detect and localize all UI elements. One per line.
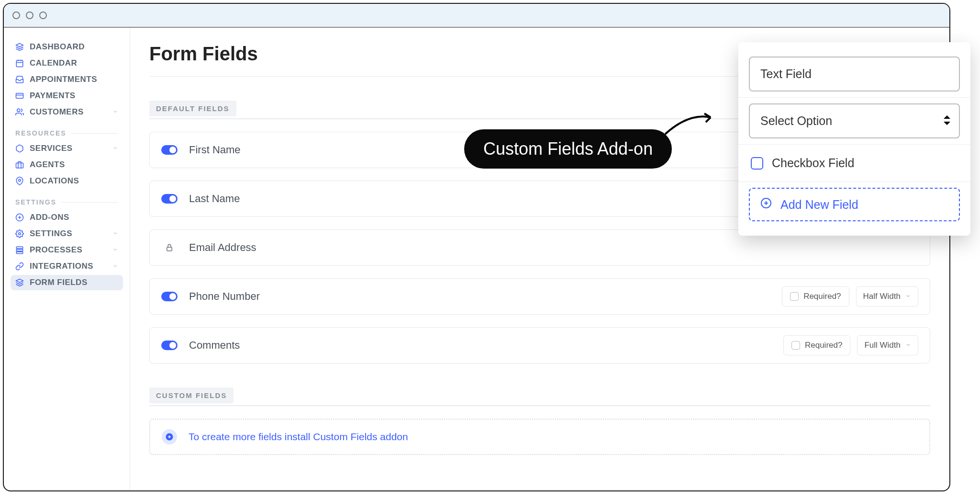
select-option-label: Select Option [760, 114, 832, 128]
plus-circle-icon [760, 197, 772, 212]
svg-rect-17 [167, 247, 172, 251]
callout-pill: Custom Fields Add-on [464, 129, 672, 169]
sidebar-label: DASHBOARD [30, 42, 85, 52]
briefcase-icon [15, 160, 24, 169]
chevron-down-icon [112, 262, 118, 271]
window-dot [12, 11, 20, 19]
chevron-down-icon [112, 245, 118, 255]
svg-marker-22 [944, 122, 950, 125]
required-label: Required? [803, 292, 841, 301]
inbox-icon [15, 75, 24, 84]
add-new-field-button[interactable]: Add New Field [749, 188, 960, 221]
custom-fields-badge: CUSTOM FIELDS [149, 387, 234, 403]
plus-circle-icon [15, 213, 24, 222]
text-field-label: Text Field [760, 67, 812, 81]
width-select[interactable]: Full Width [857, 335, 918, 355]
gear-icon [15, 229, 24, 238]
svg-rect-4 [16, 93, 23, 99]
plus-circle-icon [162, 429, 177, 444]
users-icon [15, 108, 24, 116]
sidebar-label: AGENTS [30, 160, 65, 170]
stack-icon [15, 246, 24, 254]
sidebar-label: INTEGRATIONS [30, 262, 93, 271]
sidebar-item-customers[interactable]: CUSTOMERS [11, 104, 123, 120]
checkbox-field-option[interactable]: Checkbox Field [749, 150, 960, 176]
sidebar-item-processes[interactable]: PROCESSES [11, 242, 123, 258]
field-label: Comments [189, 339, 240, 352]
sidebar-label: ADD-ONS [30, 213, 69, 222]
text-field-option[interactable]: Text Field [749, 57, 960, 91]
cube-icon [15, 43, 24, 51]
checkbox-icon [791, 341, 800, 350]
sidebar-section-resources: RESOURCES [11, 121, 123, 140]
window-dot [39, 11, 47, 19]
card-icon [15, 91, 24, 100]
sidebar-label: APPOINTMENTS [30, 75, 97, 84]
field-row-comments[interactable]: Comments Required? Full Width [149, 327, 930, 364]
pin-icon [15, 177, 24, 185]
sidebar-label: SERVICES [30, 144, 73, 153]
svg-marker-21 [944, 115, 950, 119]
checkbox-icon [751, 157, 763, 170]
install-addon-row[interactable]: To create more fields install Custom Fie… [149, 419, 930, 455]
field-label: Phone Number [189, 290, 260, 303]
width-label: Half Width [863, 292, 901, 301]
default-fields-badge: DEFAULT FIELDS [149, 101, 236, 116]
cube-icon [15, 144, 24, 153]
svg-rect-0 [16, 60, 23, 67]
toggle-switch[interactable] [161, 194, 178, 204]
sidebar-label: CALENDAR [30, 58, 77, 68]
sidebar-item-calendar[interactable]: CALENDAR [11, 56, 123, 71]
svg-rect-14 [16, 250, 23, 251]
field-label: Email Address [189, 241, 256, 254]
select-option[interactable]: Select Option [749, 103, 960, 138]
install-addon-link[interactable]: To create more fields install Custom Fie… [189, 431, 408, 443]
toggle-switch[interactable] [161, 341, 178, 350]
lock-icon [161, 243, 178, 252]
sidebar-item-settings[interactable]: SETTINGS [11, 226, 123, 241]
required-label: Required? [805, 341, 842, 350]
sidebar-label: PAYMENTS [30, 91, 76, 101]
svg-point-12 [19, 233, 21, 235]
sidebar-item-locations[interactable]: LOCATIONS [11, 173, 123, 189]
svg-rect-7 [16, 163, 23, 168]
chevron-down-icon [905, 341, 911, 350]
sidebar-item-add-ons[interactable]: ADD-ONS [11, 210, 123, 225]
sidebar-item-appointments[interactable]: APPOINTMENTS [11, 72, 123, 87]
sidebar-item-dashboard[interactable]: DASHBOARD [11, 39, 123, 55]
divider [149, 405, 930, 406]
sidebar: DASHBOARD CALENDAR APPOINTMENTS PAYMENTS… [4, 28, 130, 490]
sidebar-item-form-fields[interactable]: FORM FIELDS [11, 275, 123, 290]
sidebar-item-agents[interactable]: AGENTS [11, 157, 123, 172]
required-checkbox[interactable]: Required? [783, 335, 850, 355]
svg-point-8 [19, 179, 21, 182]
sidebar-item-services[interactable]: SERVICES [11, 141, 123, 156]
custom-fields-popover: Text Field Select Option Checkbox Field … [738, 42, 970, 236]
chevron-down-icon [905, 292, 911, 301]
field-label: First Name [189, 144, 241, 156]
width-label: Full Width [864, 341, 901, 350]
chevron-down-icon [112, 107, 118, 117]
chevron-down-icon [112, 144, 118, 153]
field-row-phone[interactable]: Phone Number Required? Half Width [149, 278, 930, 315]
checkbox-field-label: Checkbox Field [772, 156, 854, 170]
sidebar-label: SETTINGS [30, 229, 72, 239]
required-checkbox[interactable]: Required? [782, 286, 849, 307]
sidebar-item-payments[interactable]: PAYMENTS [11, 88, 123, 103]
svg-rect-13 [16, 247, 23, 249]
layers-icon [15, 278, 24, 287]
width-select[interactable]: Half Width [856, 286, 918, 307]
window-chrome [4, 4, 949, 28]
svg-marker-16 [16, 279, 23, 283]
window-dot [26, 11, 33, 19]
toggle-switch[interactable] [161, 292, 178, 301]
svg-point-6 [17, 109, 20, 112]
sidebar-label: LOCATIONS [30, 176, 79, 186]
chevron-down-icon [112, 229, 118, 239]
sidebar-label: FORM FIELDS [30, 278, 88, 287]
toggle-switch[interactable] [161, 145, 178, 155]
sidebar-label: CUSTOMERS [30, 107, 84, 117]
add-new-field-label: Add New Field [780, 198, 858, 212]
svg-rect-15 [16, 252, 23, 254]
sidebar-item-integrations[interactable]: INTEGRATIONS [11, 259, 123, 274]
